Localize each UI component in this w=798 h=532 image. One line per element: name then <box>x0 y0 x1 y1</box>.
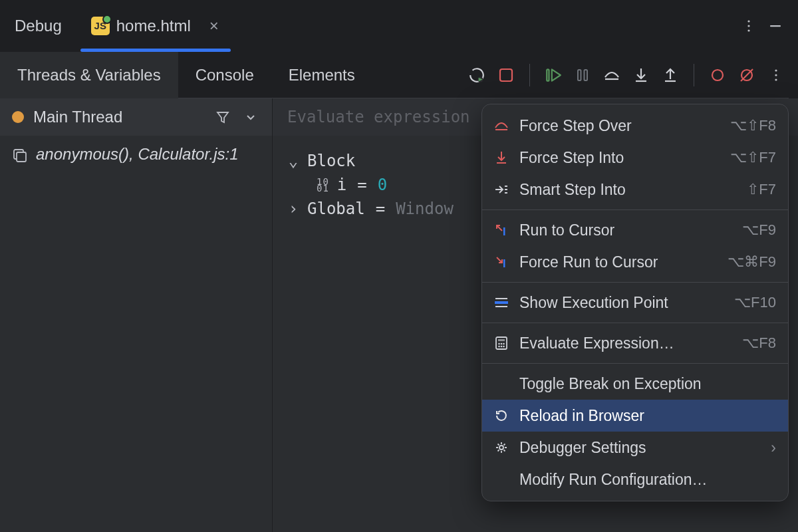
stop-icon[interactable] <box>493 63 519 88</box>
stack-frame[interactable]: anonymous(), Calculator.js:1 <box>0 136 272 173</box>
step-out-icon[interactable] <box>658 63 683 88</box>
variable-value: 0 <box>378 176 387 194</box>
scope-label: Global <box>307 200 365 218</box>
reload-icon <box>493 409 510 422</box>
svg-rect-6 <box>547 69 549 80</box>
menu-show-execution-point[interactable]: Show Execution Point ⌥F10 <box>482 287 788 319</box>
svg-point-25 <box>501 346 503 348</box>
svg-rect-15 <box>17 152 26 162</box>
debug-actions <box>451 52 789 98</box>
tab-elements[interactable]: Elements <box>271 52 372 98</box>
equals-sign: = <box>376 200 385 218</box>
shortcut: ⌥⇧F8 <box>730 117 776 134</box>
svg-point-11 <box>775 69 777 71</box>
scope-label: Block <box>307 152 355 170</box>
svg-point-0 <box>747 20 749 22</box>
more-vertical-icon[interactable] <box>735 13 762 39</box>
thread-header[interactable]: Main Thread <box>0 98 272 136</box>
svg-rect-16 <box>503 227 505 235</box>
titlebar: Debug JS home.html × <box>0 0 798 52</box>
svg-point-26 <box>503 346 505 348</box>
svg-point-9 <box>712 70 723 80</box>
menu-run-to-cursor[interactable]: Run to Cursor ⌥F9 <box>482 214 788 246</box>
svg-rect-8 <box>585 70 588 80</box>
shortcut: ⌥⌘F9 <box>728 253 776 271</box>
gear-icon <box>493 441 510 454</box>
close-tab-icon[interactable]: × <box>209 17 219 35</box>
svg-point-27 <box>499 446 503 450</box>
menu-modify-run-config[interactable]: Modify Run Configuration… <box>482 464 788 495</box>
frame-label: anonymous(), Calculator.js:1 <box>36 145 239 164</box>
view-breakpoints-icon[interactable] <box>705 63 730 88</box>
svg-point-23 <box>503 343 505 345</box>
svg-point-13 <box>775 78 777 80</box>
equals-sign: = <box>357 176 366 194</box>
tab-console[interactable]: Console <box>178 52 271 98</box>
svg-point-1 <box>747 25 749 27</box>
thread-name: Main Thread <box>33 108 204 126</box>
menu-force-step-over[interactable]: Force Step Over ⌥⇧F8 <box>482 110 788 142</box>
thread-dropdown-icon[interactable] <box>241 108 260 126</box>
shortcut: ⇧F7 <box>747 181 776 198</box>
chevron-right-icon: › <box>286 200 301 218</box>
svg-point-21 <box>498 343 500 345</box>
run-to-cursor-icon <box>493 223 510 237</box>
menu-force-step-into[interactable]: Force Step Into ⌥⇧F7 <box>482 142 788 174</box>
scope-value: Window <box>396 200 454 218</box>
menu-debugger-settings[interactable]: Debugger Settings › <box>482 432 788 464</box>
show-execution-point-icon <box>493 297 510 308</box>
shortcut: ⌥⇧F7 <box>730 149 776 166</box>
svg-rect-7 <box>578 70 581 80</box>
thread-status-icon <box>12 111 24 123</box>
frame-icon <box>12 146 28 162</box>
binary-type-icon: 1001 <box>317 178 329 192</box>
svg-rect-17 <box>503 259 505 267</box>
svg-rect-5 <box>500 69 512 81</box>
menu-reload-in-browser[interactable]: Reload in Browser <box>482 400 788 432</box>
shortcut: ⌥F10 <box>734 294 776 311</box>
tab-threads-variables[interactable]: Threads & Variables <box>0 52 178 98</box>
svg-point-12 <box>775 74 777 76</box>
menu-evaluate-expression[interactable]: Evaluate Expression… ⌥F8 <box>482 327 788 359</box>
svg-rect-20 <box>498 339 505 341</box>
step-over-icon[interactable] <box>599 63 624 88</box>
frames-pane: Main Thread anonymous(), Calculator.js:1 <box>0 98 273 532</box>
mute-breakpoints-icon[interactable] <box>734 63 759 88</box>
pause-icon[interactable] <box>570 63 595 88</box>
calculator-icon <box>493 336 510 350</box>
file-tab-label: home.html <box>116 17 191 35</box>
minimize-icon[interactable] <box>762 13 789 39</box>
chevron-right-icon: › <box>771 439 776 457</box>
toolbar-more-icon[interactable] <box>763 63 789 88</box>
file-tab[interactable]: JS home.html × <box>84 0 225 51</box>
filter-icon[interactable] <box>213 108 232 126</box>
step-into-icon[interactable] <box>628 63 654 88</box>
rerun-icon[interactable] <box>464 63 489 88</box>
debug-toolbar: Threads & Variables Console Elements <box>0 52 798 98</box>
menu-smart-step-into[interactable]: Smart Step Into ⇧F7 <box>482 174 788 205</box>
svg-point-22 <box>501 343 503 345</box>
shortcut: ⌥F9 <box>742 221 776 239</box>
shortcut: ⌥F8 <box>742 334 776 352</box>
menu-toggle-break-exception[interactable]: Toggle Break on Exception <box>482 368 788 400</box>
svg-point-2 <box>747 29 749 31</box>
svg-point-24 <box>498 346 500 348</box>
chevron-down-icon: ⌄ <box>286 152 301 170</box>
smart-step-into-icon <box>493 184 510 195</box>
menu-force-run-to-cursor[interactable]: Force Run to Cursor ⌥⌘F9 <box>482 246 788 278</box>
tool-window-title: Debug <box>15 17 62 35</box>
force-step-over-icon <box>493 120 510 132</box>
force-step-into-icon <box>493 151 510 164</box>
debug-context-menu: Force Step Over ⌥⇧F8 Force Step Into ⌥⇧F… <box>481 104 789 501</box>
svg-rect-3 <box>770 25 781 27</box>
debug-tabs: Threads & Variables Console Elements <box>0 52 451 98</box>
js-file-icon: JS <box>91 17 110 35</box>
variable-name: i <box>337 176 346 194</box>
resume-icon[interactable] <box>541 63 566 88</box>
svg-rect-18 <box>495 301 508 304</box>
force-run-to-cursor-icon <box>493 255 510 269</box>
